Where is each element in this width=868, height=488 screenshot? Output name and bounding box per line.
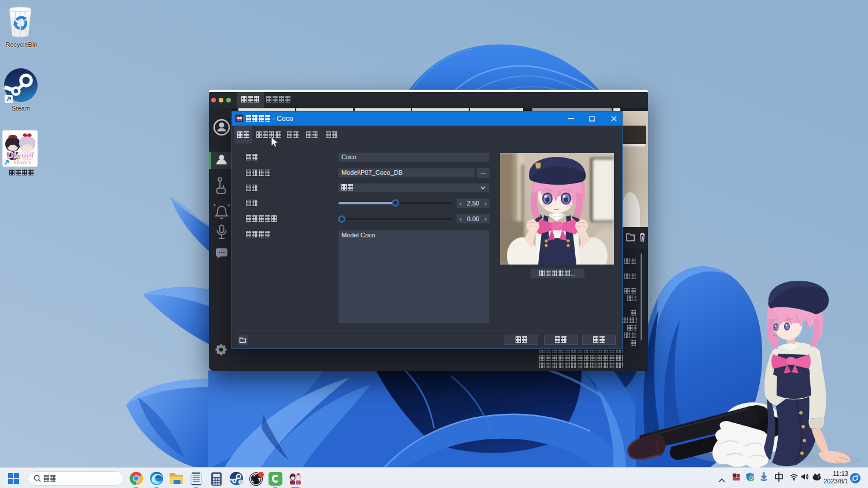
- svg-text:Mates: Mates: [12, 157, 32, 166]
